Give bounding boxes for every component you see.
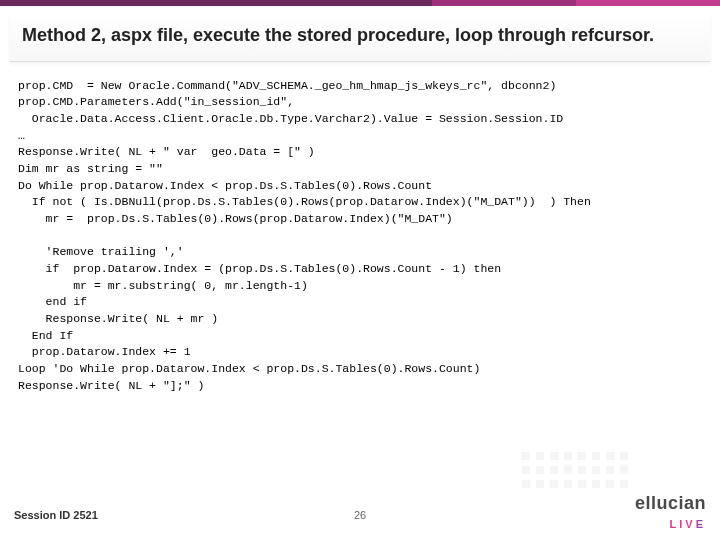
- session-id: Session ID 2521: [14, 509, 98, 521]
- logo-live-text: LIVE: [670, 518, 706, 530]
- page-number: 26: [354, 509, 366, 521]
- slide-title: Method 2, aspx file, execute the stored …: [22, 24, 698, 47]
- accent-bar: [0, 0, 720, 6]
- slide-title-box: Method 2, aspx file, execute the stored …: [10, 14, 710, 62]
- decorative-dots: [522, 452, 630, 490]
- code-block: prop.CMD = New Oracle.Command("ADV_SCHEM…: [0, 62, 720, 405]
- brand-logo: ellucian LIVE: [635, 493, 706, 532]
- logo-brand-text: ellucian: [635, 493, 706, 514]
- footer: Session ID 2521 26 ellucian LIVE: [0, 490, 720, 540]
